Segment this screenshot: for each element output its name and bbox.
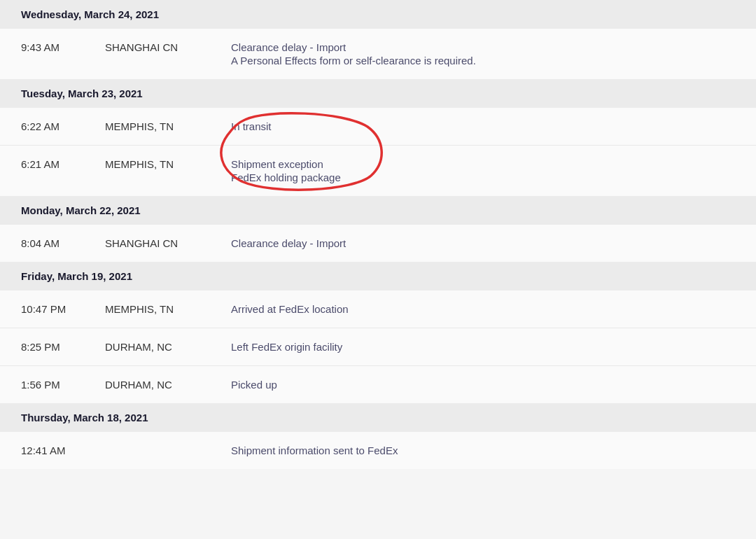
events-list: 10:47 PMMEMPHIS, TNArrived at FedEx loca… <box>0 290 756 403</box>
event-time: 9:43 AM <box>21 41 105 53</box>
event-location: MEMPHIS, TN <box>105 303 231 315</box>
event-description-line2: A Personal Effects form or self-clearanc… <box>231 55 735 66</box>
event-description: In transit <box>231 120 735 132</box>
day-header: Monday, March 22, 2021 <box>0 196 756 225</box>
event-description: Clearance delay - Import <box>231 237 735 249</box>
events-list: 6:22 AMMEMPHIS, TNIn transit6:21 AMMEMPH… <box>0 108 756 196</box>
day-header: Friday, March 19, 2021 <box>0 262 756 290</box>
day-section-tue-mar-23: Tuesday, March 23, 20216:22 AMMEMPHIS, T… <box>0 79 756 196</box>
event-description: Clearance delay - ImportA Personal Effec… <box>231 41 735 66</box>
day-section-wed-mar-24: Wednesday, March 24, 20219:43 AMSHANGHAI… <box>0 0 756 79</box>
event-row: 12:41 AMShipment information sent to Fed… <box>0 432 756 469</box>
event-row: 9:43 AMSHANGHAI CNClearance delay - Impo… <box>0 29 756 79</box>
day-section-thu-mar-18: Thursday, March 18, 202112:41 AMShipment… <box>0 403 756 469</box>
event-location: SHANGHAI CN <box>105 41 231 53</box>
event-time: 6:21 AM <box>21 158 105 170</box>
event-location: DURHAM, NC <box>105 379 231 391</box>
event-location: DURHAM, NC <box>105 341 231 353</box>
event-description: Arrived at FedEx location <box>231 303 735 315</box>
event-description-line2: FedEx holding package <box>231 172 735 183</box>
day-section-fri-mar-19: Friday, March 19, 202110:47 PMMEMPHIS, T… <box>0 262 756 403</box>
event-description-line1: Clearance delay - Import <box>231 237 735 249</box>
day-header: Thursday, March 18, 2021 <box>0 403 756 432</box>
event-row: 8:04 AMSHANGHAI CNClearance delay - Impo… <box>0 225 756 262</box>
event-description-line1: Clearance delay - Import <box>231 41 735 53</box>
event-row: 10:47 PMMEMPHIS, TNArrived at FedEx loca… <box>0 290 756 328</box>
event-time: 1:56 PM <box>21 379 105 391</box>
event-location: MEMPHIS, TN <box>105 158 231 170</box>
event-row: 8:25 PMDURHAM, NCLeft FedEx origin facil… <box>0 328 756 366</box>
events-list: 9:43 AMSHANGHAI CNClearance delay - Impo… <box>0 29 756 79</box>
event-description: Left FedEx origin facility <box>231 341 735 353</box>
event-row: 6:21 AMMEMPHIS, TNShipment exceptionFedE… <box>0 146 756 196</box>
event-description: Shipment exceptionFedEx holding package <box>231 158 735 183</box>
event-row: 1:56 PMDURHAM, NCPicked up <box>0 366 756 403</box>
event-location: SHANGHAI CN <box>105 237 231 249</box>
event-location: MEMPHIS, TN <box>105 120 231 132</box>
event-time: 8:04 AM <box>21 237 105 249</box>
event-time: 12:41 AM <box>21 444 105 456</box>
event-description-line1: Shipment information sent to FedEx <box>231 444 735 456</box>
event-time: 8:25 PM <box>21 341 105 353</box>
day-header: Wednesday, March 24, 2021 <box>0 0 756 29</box>
tracking-container: Wednesday, March 24, 20219:43 AMSHANGHAI… <box>0 0 756 469</box>
event-description-line1: Left FedEx origin facility <box>231 341 735 353</box>
event-description-line1: Arrived at FedEx location <box>231 303 735 315</box>
event-time: 10:47 PM <box>21 303 105 315</box>
event-description: Picked up <box>231 379 735 391</box>
events-list: 12:41 AMShipment information sent to Fed… <box>0 432 756 469</box>
day-header: Tuesday, March 23, 2021 <box>0 79 756 108</box>
event-row: 6:22 AMMEMPHIS, TNIn transit <box>0 108 756 146</box>
day-section-mon-mar-22: Monday, March 22, 20218:04 AMSHANGHAI CN… <box>0 196 756 262</box>
events-list: 8:04 AMSHANGHAI CNClearance delay - Impo… <box>0 225 756 262</box>
event-time: 6:22 AM <box>21 120 105 132</box>
event-description: Shipment information sent to FedEx <box>231 444 735 456</box>
event-description-line1: Picked up <box>231 379 735 391</box>
event-description-line1: In transit <box>231 120 735 132</box>
event-description-line1: Shipment exception <box>231 158 735 170</box>
